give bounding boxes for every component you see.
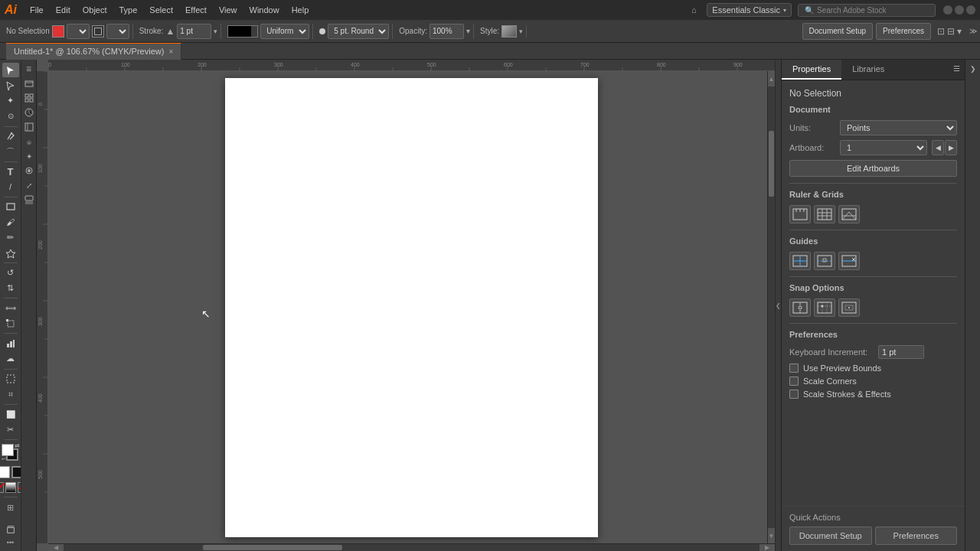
layers-strip-btn[interactable]: ≡: [23, 63, 35, 75]
direct-select-tool-btn[interactable]: [2, 78, 19, 93]
menu-type[interactable]: Type: [114, 4, 143, 16]
doc-setup-qa-btn[interactable]: Document Setup: [789, 527, 872, 545]
stroke-up-btn[interactable]: ▾: [214, 28, 217, 35]
perspective-grid-btn[interactable]: [838, 205, 860, 223]
transform-panel-btn[interactable]: ⤢: [23, 179, 35, 191]
reflect-tool-btn[interactable]: ⇅: [2, 281, 19, 295]
magic-wand-tool-btn[interactable]: ✦: [2, 93, 19, 108]
fill-white-swatch[interactable]: [0, 466, 10, 478]
scroll-up-btn[interactable]: ▲: [768, 71, 775, 86]
brush-panel-btn[interactable]: ⍟: [23, 135, 35, 148]
curvature-tool-btn[interactable]: ⌒: [2, 145, 19, 159]
graphic-style-btn[interactable]: [23, 165, 35, 177]
preferences-qa-btn[interactable]: Preferences: [875, 527, 958, 545]
artboard-tool-btn[interactable]: [2, 371, 19, 386]
lasso-tool-btn[interactable]: ⊙: [2, 109, 19, 123]
guides-clear-btn[interactable]: [838, 252, 860, 270]
properties-tab[interactable]: Properties: [782, 60, 841, 80]
grid-btn[interactable]: [814, 205, 835, 223]
rulers-btn[interactable]: [789, 205, 811, 223]
minimize-btn[interactable]: [943, 5, 952, 15]
stroke-swatch[interactable]: [227, 25, 258, 37]
maximize-btn[interactable]: [955, 5, 964, 15]
panel-menu-btn[interactable]: ☰: [949, 60, 965, 80]
stroke-color-swatch[interactable]: [92, 25, 104, 37]
menu-select[interactable]: Select: [144, 4, 178, 16]
width-tool-btn[interactable]: ⟺: [2, 301, 19, 315]
stroke-black-swatch[interactable]: [11, 466, 22, 478]
layer-icon-btn[interactable]: [23, 77, 35, 90]
shaper-tool-btn[interactable]: [2, 246, 19, 260]
selection-tool-btn[interactable]: [2, 63, 19, 77]
close-btn[interactable]: [966, 5, 975, 15]
fill-box[interactable]: [2, 444, 14, 456]
menu-help[interactable]: Help: [286, 4, 315, 16]
screen-mode-btn[interactable]: ⊞: [2, 500, 19, 517]
scale-strokes-checkbox[interactable]: [789, 390, 799, 399]
symbol-panel-btn[interactable]: ✦: [23, 150, 35, 162]
artboard-select[interactable]: 1: [840, 140, 927, 155]
guides-lock-btn[interactable]: [814, 252, 835, 270]
eraser-tool-btn[interactable]: ⬜: [2, 407, 19, 422]
scissors-tool-btn[interactable]: ✂: [2, 422, 19, 437]
edit-artboards-btn[interactable]: Edit Artboards: [789, 160, 957, 177]
scroll-right-btn[interactable]: ▶: [760, 544, 775, 551]
doc-setup-toolbar-btn[interactable]: Document Setup: [802, 23, 874, 40]
artboard-panel-btn[interactable]: [2, 522, 19, 536]
libraries-tab[interactable]: Libraries: [841, 60, 895, 80]
right-collapse-btn[interactable]: ❮: [775, 60, 781, 551]
units-select[interactable]: Points Pixels Inches Millimeters: [840, 120, 957, 135]
fill-color-swatch[interactable]: [52, 25, 64, 37]
gradient-swatch[interactable]: [5, 482, 16, 493]
stroke-down-btn[interactable]: ▲: [165, 26, 175, 37]
artboard-next-btn[interactable]: ▶: [945, 140, 957, 155]
opacity-input[interactable]: [430, 24, 464, 39]
style-preview[interactable]: [501, 25, 517, 37]
view-options-btn[interactable]: ⊡: [0, 500, 1, 517]
preferences-toolbar-btn[interactable]: Preferences: [876, 23, 931, 40]
type-tool-btn[interactable]: T: [2, 165, 19, 179]
scroll-left-btn[interactable]: ◀: [48, 544, 64, 551]
pen-tool-btn[interactable]: [2, 129, 19, 143]
stroke-type-select[interactable]: ▼: [106, 24, 129, 39]
rotate-tool-btn[interactable]: ↺: [2, 266, 19, 280]
stroke-value-input[interactable]: [177, 24, 211, 39]
guides-show-btn[interactable]: [789, 252, 811, 270]
horizontal-scrollbar[interactable]: ◀ ▶: [48, 543, 775, 551]
more-icon[interactable]: ▾: [957, 26, 962, 37]
slice-tool-btn[interactable]: ⌗: [2, 387, 19, 402]
keyboard-increment-input[interactable]: [878, 345, 924, 359]
use-preview-bounds-checkbox[interactable]: [789, 364, 799, 373]
menu-object[interactable]: Object: [77, 4, 113, 16]
menu-edit[interactable]: Edit: [51, 4, 76, 16]
more-options-btn[interactable]: •••: [5, 537, 15, 548]
symbol-sprayer-tool-btn[interactable]: ☁: [2, 351, 19, 366]
brush-size-select[interactable]: 5 pt. Round: [328, 24, 389, 39]
stroke-style-select[interactable]: Uniform: [260, 24, 309, 39]
artboard-prev-btn[interactable]: ◀: [932, 140, 944, 155]
strip-expand-btn[interactable]: ❯: [967, 63, 979, 75]
h-scroll-thumb[interactable]: [203, 545, 342, 550]
color-panel-btn[interactable]: [23, 106, 35, 119]
workspace-selector[interactable]: Essentials Classic ▾: [707, 3, 792, 17]
vertical-scrollbar[interactable]: ▲ ▼: [767, 71, 775, 543]
home-icon[interactable]: ⌂: [685, 2, 702, 18]
none-swatch[interactable]: [0, 482, 4, 493]
line-tool-btn[interactable]: /: [2, 180, 19, 194]
distribute-icon[interactable]: ⊟: [947, 26, 955, 37]
graph-tool-btn[interactable]: [2, 336, 19, 350]
fill-type-select[interactable]: ▼: [67, 24, 90, 39]
search-box[interactable]: 🔍 Search Adobe Stock: [798, 4, 936, 17]
menu-window[interactable]: Window: [244, 4, 285, 16]
paintbrush-tool-btn[interactable]: 🖌: [2, 215, 19, 230]
snap-grid-btn[interactable]: [814, 298, 835, 317]
menu-effect[interactable]: Effect: [180, 4, 212, 16]
scale-corners-checkbox[interactable]: [789, 377, 799, 386]
tab-close-btn[interactable]: ×: [168, 47, 173, 56]
arrange-icon[interactable]: ⊡: [937, 26, 945, 37]
rectangle-tool-btn[interactable]: [2, 200, 19, 214]
menu-view[interactable]: View: [214, 4, 243, 16]
menu-file[interactable]: File: [24, 4, 49, 16]
scroll-down-btn[interactable]: ▼: [768, 528, 775, 543]
free-transform-tool-btn[interactable]: [2, 316, 19, 331]
